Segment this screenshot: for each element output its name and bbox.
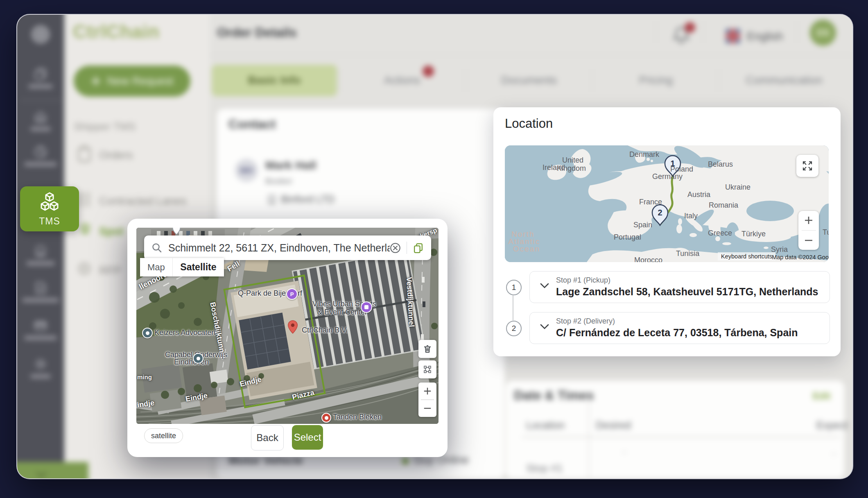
country-label: Greece <box>708 229 732 238</box>
card-icon[interactable] <box>34 319 47 333</box>
language-flag-icon[interactable] <box>726 29 740 43</box>
new-request-label: New Request <box>107 75 173 88</box>
contracted-lanes-icon[interactable] <box>77 191 92 208</box>
rail-label-enterprise <box>26 261 55 265</box>
tms-cubes-icon <box>36 191 63 214</box>
delete-shape-button[interactable] <box>418 340 436 358</box>
nav-section-label: Shipper TMS <box>74 120 136 133</box>
map-type-satellite[interactable]: Satellite <box>173 258 224 276</box>
search-icon <box>151 242 163 254</box>
stop-card-pickup[interactable]: Stop #1 (Pickup) Lage Zandschel 58, Kaat… <box>529 271 830 303</box>
poi-marker-icon[interactable] <box>193 353 203 364</box>
back-button[interactable]: Back <box>251 425 284 450</box>
header-bottom-divider <box>210 55 852 56</box>
tab-divider <box>465 69 466 92</box>
street-label: ming <box>137 374 152 380</box>
tab-basic-info[interactable]: Basic Info <box>212 65 337 96</box>
orders-icon[interactable] <box>77 145 92 163</box>
address-select-modal: llenoord Fell Boschdijktunnel Vestdijktu… <box>127 219 448 457</box>
tab-actions[interactable]: Actions <box>345 65 459 96</box>
select-button[interactable]: Select <box>292 425 323 450</box>
copy-icon[interactable] <box>413 242 424 254</box>
stop-card-delivery[interactable]: Stop #2 (Delivery) C/ Fernández de Lecet… <box>529 312 830 344</box>
location-title: Location <box>505 116 553 131</box>
country-label: Morocco <box>634 256 662 262</box>
online-status-dot <box>402 458 409 464</box>
table-row-stop1: Stop #1 <box>526 462 563 475</box>
svg-text:2: 2 <box>658 208 662 217</box>
sidebar-item-contracted-lanes[interactable]: Contracted Lanes <box>99 195 186 208</box>
polygon-icon <box>423 364 432 374</box>
stop-address: Lage Zandschel 58, Kaatsheuvel 5171TG, N… <box>556 286 818 298</box>
country-label: Kingdom <box>557 164 586 173</box>
tab-divider <box>339 69 339 92</box>
header-divider <box>797 21 798 43</box>
home-icon[interactable] <box>34 110 47 124</box>
sidebar-item-tms[interactable]: TMS <box>20 186 79 231</box>
sidebar-collapse-bar[interactable] <box>17 462 88 478</box>
table-cell: – <box>622 448 626 456</box>
country-label: Türkiye <box>741 230 766 238</box>
enterprise-icon[interactable] <box>34 244 47 258</box>
chevron-down-icon <box>35 471 47 478</box>
country-label: Italy <box>684 212 698 220</box>
sidebar-item-orders[interactable]: Orders <box>99 149 133 162</box>
poi-label-ctrlchain: CtrlChain B.V. <box>302 326 348 335</box>
location-card: Location <box>493 107 841 356</box>
language-selector[interactable]: English <box>747 30 783 43</box>
rail-label-admin <box>30 374 51 378</box>
page-title: Order Details <box>217 25 297 40</box>
address-search-bar[interactable]: Schimmelt 22, 5611 ZX, Eindhoven, The Ne… <box>144 235 431 260</box>
tab-communication[interactable]: Communication <box>725 65 843 96</box>
rail-label-preferences <box>24 336 57 340</box>
sports-marker-icon[interactable] <box>361 301 372 313</box>
sidebar-item-rfp[interactable]: RFP <box>99 265 121 277</box>
user-avatar[interactable]: DS <box>810 20 836 46</box>
red-map-pin-icon[interactable] <box>286 319 299 335</box>
rail-label-request-status <box>22 298 59 302</box>
draw-polygon-button[interactable] <box>418 360 436 378</box>
table-column-divider <box>588 401 589 478</box>
dashboard-icon[interactable] <box>34 145 47 159</box>
request-status-icon[interactable] <box>34 281 47 295</box>
search-input[interactable]: Schimmelt 22, 5611 ZX, Eindhoven, The Ne… <box>168 242 390 254</box>
zoom-in-button[interactable] <box>418 383 436 399</box>
poi-label-tanden: Tanden Bleken <box>333 413 382 421</box>
edit-link[interactable]: Edit <box>813 391 830 402</box>
keyboard-shortcuts-label[interactable]: Keyboard shortcuts <box>718 252 775 260</box>
building-icon <box>267 194 277 205</box>
map-zoom-control <box>418 383 436 417</box>
route-overview-map[interactable]: 1 2 Ireland United Kingdom Denmark Polan… <box>505 145 829 262</box>
tab-divider <box>718 69 719 92</box>
contact-name: Mark Hall <box>265 159 316 172</box>
tab-documents[interactable]: Documents <box>472 65 586 96</box>
sidebar-item-spot[interactable]: Spot <box>99 225 124 238</box>
map-type-map[interactable]: Map <box>140 258 172 276</box>
ctrlchain-logo-icon[interactable] <box>28 22 53 47</box>
poi-marker-icon[interactable] <box>142 328 153 338</box>
country-label: Romania <box>709 201 738 210</box>
zoom-in-button[interactable] <box>798 211 819 230</box>
zoom-out-button[interactable] <box>418 400 436 417</box>
gear-icon[interactable] <box>34 357 47 371</box>
parking-marker-icon[interactable]: P <box>286 288 298 300</box>
chevron-down-icon[interactable] <box>540 324 549 330</box>
new-request-button[interactable]: New Request <box>74 66 190 97</box>
fullscreen-button[interactable] <box>796 155 818 177</box>
rfp-icon[interactable] <box>77 261 92 276</box>
table-divider <box>522 437 840 437</box>
actions-badge <box>423 66 434 77</box>
country-label: Tunisia <box>676 249 699 258</box>
tab-pricing[interactable]: Pricing <box>599 65 713 96</box>
map-zoom-control <box>798 211 819 250</box>
zoom-out-button[interactable] <box>798 231 819 250</box>
column-header-location: Location <box>526 419 565 431</box>
search-divider <box>407 242 407 254</box>
chevron-down-icon[interactable] <box>540 283 549 289</box>
contact-title: Contact <box>228 117 276 132</box>
spot-icon[interactable] <box>78 222 93 237</box>
poi-marker-icon[interactable] <box>321 413 331 423</box>
tms-label: TMS <box>39 216 60 227</box>
clear-search-icon[interactable] <box>390 242 401 254</box>
booking-icon[interactable] <box>34 67 47 81</box>
